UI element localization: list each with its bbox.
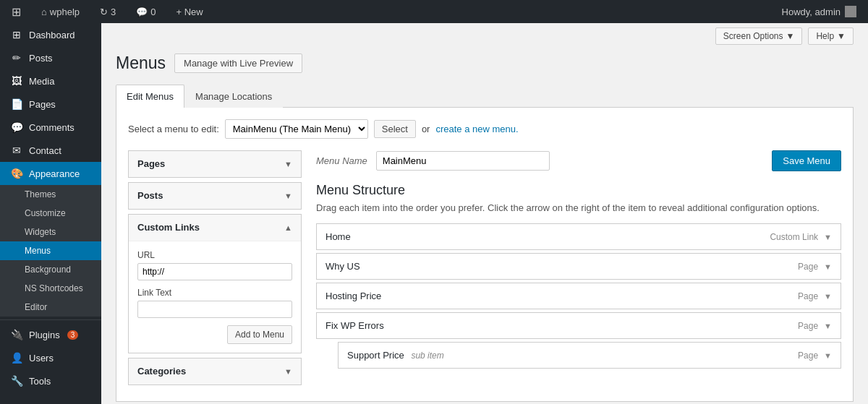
sidebar-item-menus[interactable]: Menus: [0, 241, 101, 260]
or-text: or: [422, 124, 430, 134]
custom-links-accordion-header[interactable]: Custom Links ▲: [129, 215, 301, 241]
select-button[interactable]: Select: [374, 120, 416, 138]
sidebar-item-comments[interactable]: 💬 Comments: [0, 116, 101, 139]
new-label: + New: [176, 7, 203, 17]
menu-item-type: Page: [798, 351, 818, 361]
menu-item-name: Home: [326, 231, 351, 242]
sidebar-item-label: Dashboard: [29, 30, 75, 40]
sidebar-item-tools[interactable]: 🔧 Tools: [0, 369, 101, 392]
plugins-badge: 3: [67, 330, 79, 340]
add-to-menu-button[interactable]: Add to Menu: [227, 325, 292, 344]
url-label: URL: [137, 250, 292, 260]
link-text-input[interactable]: [137, 301, 292, 318]
posts-title: Posts: [137, 190, 163, 201]
categories-title: Categories: [137, 366, 186, 377]
menu-item-hosting-price[interactable]: Hosting Price Page ▼: [316, 283, 841, 309]
menu-name-input[interactable]: [376, 151, 550, 171]
pages-accordion: Pages ▼: [128, 150, 302, 178]
sidebar-item-users[interactable]: 👤 Users: [0, 346, 101, 369]
url-input[interactable]: [137, 263, 292, 280]
sidebar-item-media[interactable]: 🖼 Media: [0, 69, 101, 93]
ns-shortcodes-label: NS Shortcodes: [25, 283, 83, 293]
categories-accordion-header[interactable]: Categories ▼: [129, 358, 301, 384]
menu-item-right: Page ▼: [798, 291, 832, 301]
sidebar-item-customize[interactable]: Customize: [0, 204, 101, 223]
adminbar-updates[interactable]: ↻ 3: [94, 0, 122, 23]
save-menu-label: Save Menu: [783, 155, 830, 166]
posts-accordion-header[interactable]: Posts ▼: [129, 183, 301, 209]
sidebar-item-label: Contact: [29, 145, 61, 156]
adminbar-howdy[interactable]: Howdy, admin: [776, 6, 862, 17]
users-label: Users: [29, 353, 54, 364]
sidebar-item-widgets[interactable]: Widgets: [0, 223, 101, 241]
help-arrow-icon: ▼: [837, 31, 846, 41]
sidebar-item-contact[interactable]: ✉ Contact: [0, 139, 101, 162]
sidebar-item-editor[interactable]: Editor: [0, 298, 101, 317]
sidebar-item-pages[interactable]: 📄 Pages: [0, 93, 101, 116]
menu-item-expand-icon[interactable]: ▼: [824, 351, 832, 360]
site-name-label: wphelp: [50, 7, 80, 17]
tab-manage-locations-label: Manage Locations: [195, 91, 272, 102]
plugins-icon: 🔌: [10, 329, 23, 340]
menu-item-expand-icon[interactable]: ▼: [824, 292, 832, 301]
sidebar-item-label: Pages: [29, 99, 56, 110]
menu-item-right: Custom Link ▼: [770, 232, 832, 242]
tab-manage-locations[interactable]: Manage Locations: [184, 85, 283, 108]
menu-editor: Pages ▼ Posts ▼ Custom L: [128, 150, 841, 390]
menu-item-type: Page: [798, 291, 818, 301]
sidebar-item-posts[interactable]: ✏ Posts: [0, 46, 101, 69]
save-menu-button[interactable]: Save Menu: [772, 150, 841, 171]
menu-item-fix-wp-errors[interactable]: Fix WP Errors Page ▼: [316, 312, 841, 339]
editor-label: Editor: [25, 302, 47, 312]
customize-label: Customize: [25, 208, 66, 218]
menu-item-name-wrapper: Support Price sub item: [347, 350, 444, 361]
posts-icon: ✏: [10, 52, 23, 64]
create-new-menu-link[interactable]: create a new menu.: [435, 124, 518, 134]
menu-item-name: Fix WP Errors: [326, 320, 384, 331]
adminbar-comments[interactable]: 💬 0: [130, 0, 161, 23]
sidebar-item-ns-shortcodes[interactable]: NS Shortcodes: [0, 279, 101, 298]
comments-menu-icon: 💬: [10, 121, 23, 133]
manage-with-preview-button[interactable]: Manage with Live Preview: [174, 53, 302, 73]
menus-label: Menus: [25, 246, 51, 256]
menu-item-type: Custom Link: [770, 232, 818, 242]
menu-item-expand-icon[interactable]: ▼: [824, 262, 832, 271]
categories-arrow-icon: ▼: [284, 367, 292, 376]
right-panel: Menu Name Save Menu Menu Structure Drag …: [316, 150, 841, 390]
custom-links-body: URL Link Text Add to Menu: [129, 241, 301, 353]
sidebar-item-themes[interactable]: Themes: [0, 185, 101, 204]
admin-avatar: [845, 6, 856, 17]
adminbar-site-name[interactable]: ⌂ wphelp: [35, 0, 85, 23]
menu-item-expand-icon[interactable]: ▼: [824, 233, 832, 241]
sidebar-item-background[interactable]: Background: [0, 260, 101, 279]
link-text-field: Link Text: [137, 288, 292, 318]
sidebar-item-dashboard[interactable]: ⊞ Dashboard: [0, 23, 101, 46]
add-to-menu-row: Add to Menu: [137, 325, 292, 344]
screen-options-button[interactable]: Screen Options ▼: [715, 27, 803, 45]
screen-options-label: Screen Options: [723, 31, 783, 41]
sidebar-item-plugins[interactable]: 🔌 Plugins 3: [0, 323, 101, 346]
menu-select-dropdown[interactable]: MainMenu (The Main Menu): [225, 119, 368, 139]
sidebar-item-appearance[interactable]: 🎨 Appearance: [0, 162, 101, 185]
pages-icon: 📄: [10, 98, 23, 110]
menu-item-why-us[interactable]: Why US Page ▼: [316, 253, 841, 280]
adminbar-wp-logo[interactable]: ⊞: [6, 0, 27, 23]
menu-item-support-price[interactable]: Support Price sub item Page ▼: [338, 342, 841, 369]
site-home-icon: ⌂: [41, 7, 47, 17]
custom-links-title: Custom Links: [137, 222, 200, 233]
menu-name-label: Menu Name: [316, 155, 367, 166]
appearance-icon: 🎨: [10, 168, 23, 179]
tabs-wrapper: Edit Menus Manage Locations: [116, 85, 854, 108]
plugins-label: Plugins: [29, 330, 60, 340]
menu-item-expand-icon[interactable]: ▼: [824, 322, 832, 330]
tab-edit-menus[interactable]: Edit Menus: [116, 85, 184, 108]
custom-links-accordion: Custom Links ▲ URL Link Text: [128, 214, 302, 353]
pages-accordion-header[interactable]: Pages ▼: [129, 151, 301, 177]
help-button[interactable]: Help ▼: [808, 27, 854, 45]
url-field: URL: [137, 250, 292, 280]
content-area: Select a menu to edit: MainMenu (The Mai…: [116, 108, 854, 402]
howdy-text: Howdy, admin: [782, 7, 841, 17]
menu-structure-desc: Drag each item into the order you prefer…: [316, 202, 841, 213]
menu-item-home[interactable]: Home Custom Link ▼: [316, 223, 841, 250]
adminbar-new[interactable]: + New: [171, 0, 209, 23]
